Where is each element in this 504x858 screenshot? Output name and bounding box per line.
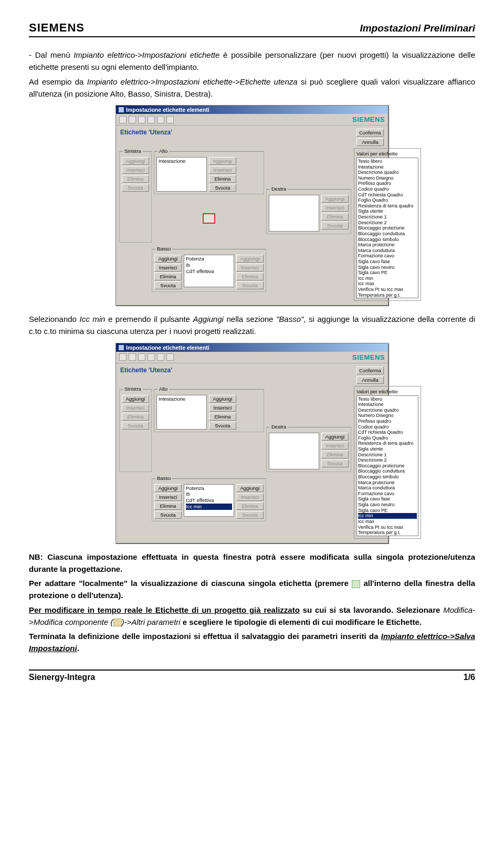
list-item[interactable]: Testo libero [358,159,417,164]
list-item[interactable]: Polarità [358,536,417,536]
svuota-button[interactable]: Svuota [209,422,236,430]
list-item[interactable]: Intestazione [358,164,417,170]
list-item[interactable]: Sigla cavo PE [358,270,417,276]
values-list[interactable]: Testo liberoIntestazioneDescrizione quad… [356,395,418,536]
elimina-button[interactable]: Elimina [209,175,236,183]
list-item[interactable]: Icc min [186,504,232,510]
toolbar-icon[interactable] [157,116,164,123]
elimina-button[interactable]: Elimina [122,175,149,183]
aggiungi-button[interactable]: Aggiungi [209,395,236,403]
list-item[interactable]: Bloccaggio protezione [358,463,417,469]
inserisci-button[interactable]: Inserisci [236,264,264,271]
values-list[interactable]: Testo liberoIntestazioneDescrizione quad… [356,158,418,298]
aggiungi-button[interactable]: Aggiungi [321,195,349,203]
toolbar-icon[interactable] [166,353,174,361]
list-item[interactable]: Bloccaggio conduttura [358,231,417,237]
toolbar-icon[interactable] [119,353,127,361]
list-item[interactable]: Intestazione [358,402,417,407]
list-item[interactable]: Verifica Pt su Icc max [358,525,417,530]
dialog-tab[interactable]: Etichette 'Utenza' [120,367,172,374]
list-item[interactable]: Icc min [358,276,417,281]
list-item[interactable]: Numero Disegno [358,413,417,418]
list-item[interactable]: Formazione cavo [358,491,417,497]
destra-list[interactable] [269,195,319,232]
inserisci-button[interactable]: Inserisci [321,204,349,212]
list-item[interactable]: Descrizione quadro [358,170,417,175]
aggiungi-button[interactable]: Aggiungi [122,157,149,165]
toolbar-icon[interactable] [129,353,136,361]
list-item[interactable]: Marca conduttura [358,248,417,254]
list-item[interactable]: Bloccaggio protezione [358,225,417,231]
list-item[interactable]: Bloccaggio simbolo [358,237,417,243]
toolbar-icon[interactable] [129,116,136,123]
aggiungi-button[interactable]: Aggiungi [321,433,349,441]
alto-list[interactable]: Intestazione [156,395,207,430]
basso-list[interactable]: PotenzaIbCdT effettiva [184,255,234,287]
list-item[interactable]: Prefisso quadro [358,181,417,186]
list-item[interactable]: Bloccaggio simbolo [358,474,417,480]
list-item[interactable]: Numero Disegno [358,175,417,181]
list-item[interactable]: Codice quadro [358,424,417,430]
svuota-button[interactable]: Svuota [321,459,349,467]
svuota-button[interactable]: Svuota [321,222,349,229]
inserisci-button[interactable]: Inserisci [122,404,149,412]
list-item[interactable]: Bloccaggio conduttura [358,468,417,474]
list-item[interactable]: Descrizione 2 [358,220,417,226]
list-item[interactable]: Sigla cavo PE [358,508,417,514]
svuota-button[interactable]: Svuota [209,184,236,192]
aggiungi-button[interactable]: Aggiungi [209,157,236,165]
conferma-button[interactable]: Conferma [356,367,384,374]
toolbar-icon[interactable] [138,353,145,361]
list-item[interactable]: Descrizione 1 [358,214,417,220]
list-item[interactable]: Icc min [358,513,417,519]
list-item[interactable]: Verifica Pt su Icc max [358,287,417,292]
list-item[interactable]: Resistenza di terra quadro [358,203,417,209]
basso-list[interactable]: PotenzaIbCdT effettivaIcc min [184,484,234,517]
list-item[interactable]: Sigla cavo neutro [358,265,417,270]
list-item[interactable]: Sigla cavo neutro [358,502,417,508]
inserisci-button[interactable]: Inserisci [236,493,264,501]
inserisci-button[interactable]: Inserisci [154,264,182,271]
aggiungi-button[interactable]: Aggiungi [154,255,182,263]
list-item[interactable]: Resistenza di terra quadro [358,441,417,446]
aggiungi-button[interactable]: Aggiungi [236,484,264,492]
list-item[interactable]: CdT effettiva [186,497,232,504]
inserisci-button[interactable]: Inserisci [209,166,236,174]
svuota-button[interactable]: Svuota [122,184,149,192]
list-item[interactable]: Ib [186,491,232,497]
toolbar-icon[interactable] [138,116,145,123]
svuota-button[interactable]: Svuota [236,281,264,289]
conferma-button[interactable]: Conferma [356,129,384,137]
list-item[interactable]: Icc max [358,519,417,525]
list-item[interactable]: Potenza [186,485,232,491]
toolbar-icon[interactable] [148,353,155,361]
list-item[interactable]: Temperatura per g.t. [358,292,417,298]
aggiungi-button[interactable]: Aggiungi [236,255,264,263]
annulla-button[interactable]: Annulla [356,376,384,384]
elimina-button[interactable]: Elimina [321,451,349,458]
list-item[interactable]: Sigla cavo fase [358,259,417,265]
list-item[interactable]: Sigla cavo fase [358,496,417,502]
elimina-button[interactable]: Elimina [236,502,264,510]
list-item[interactable]: Descrizione 2 [358,457,417,463]
list-item[interactable]: Sigla utente [358,446,417,452]
list-item[interactable]: Descrizione quadro [358,407,417,413]
svuota-button[interactable]: Svuota [122,422,149,430]
list-item[interactable]: Polarità [358,298,417,298]
aggiungi-button[interactable]: Aggiungi [122,395,149,403]
list-item[interactable]: Ib [186,262,232,268]
elimina-button[interactable]: Elimina [209,413,236,421]
destra-list[interactable] [269,433,319,469]
toolbar-icon[interactable] [166,116,174,123]
list-item[interactable]: Icc max [358,281,417,287]
list-item[interactable]: Marca protezione [358,242,417,248]
list-item[interactable]: Codice quadro [358,186,417,192]
toolbar-icon[interactable] [119,116,127,123]
toolbar-icon[interactable] [148,116,155,123]
elimina-button[interactable]: Elimina [154,502,182,510]
inserisci-button[interactable]: Inserisci [321,442,349,449]
alto-list[interactable]: Intestazione [156,157,207,192]
dialog-tab[interactable]: Etichette 'Utenza' [120,129,172,136]
svuota-button[interactable]: Svuota [236,511,264,519]
list-item[interactable]: CdT effettiva [186,268,232,275]
